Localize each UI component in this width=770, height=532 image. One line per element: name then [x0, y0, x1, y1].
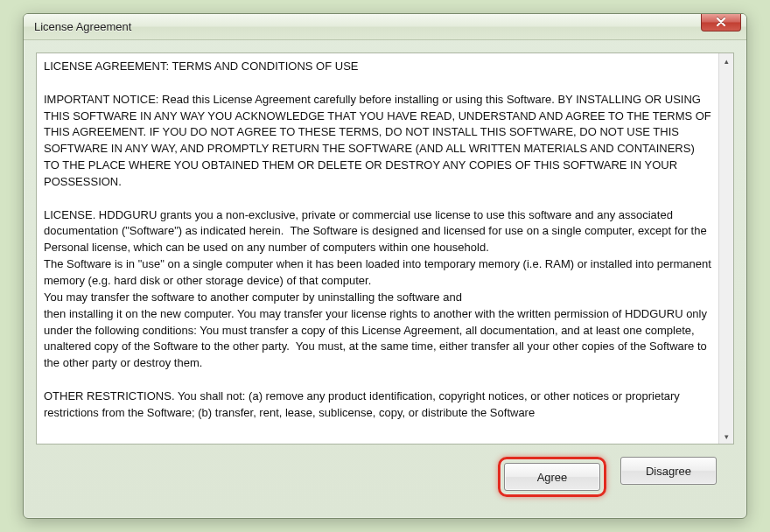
agree-highlight: Agree — [498, 457, 606, 497]
window-title: License Agreement — [34, 20, 131, 33]
vertical-scrollbar[interactable]: ▴ ▾ — [718, 53, 733, 444]
license-text-container: LICENSE AGREEMENT: TERMS AND CONDITIONS … — [36, 52, 734, 444]
content-area: LICENSE AGREEMENT: TERMS AND CONDITIONS … — [24, 40, 746, 518]
agree-button[interactable]: Agree — [504, 463, 600, 491]
license-body: IMPORTANT NOTICE: Read this License Agre… — [44, 93, 715, 419]
close-button[interactable] — [701, 14, 741, 32]
disagree-button[interactable]: Disagree — [620, 457, 717, 485]
scroll-up-arrow-icon[interactable]: ▴ — [719, 53, 733, 68]
license-heading: LICENSE AGREEMENT: TERMS AND CONDITIONS … — [44, 60, 359, 73]
license-text[interactable]: LICENSE AGREEMENT: TERMS AND CONDITIONS … — [37, 53, 718, 444]
close-icon — [716, 17, 726, 29]
scroll-down-arrow-icon[interactable]: ▾ — [719, 429, 733, 444]
license-agreement-window: License Agreement LICENSE AGREEMENT: TER… — [23, 13, 747, 519]
titlebar[interactable]: License Agreement — [24, 14, 746, 40]
button-row: Agree Disagree — [36, 444, 734, 509]
